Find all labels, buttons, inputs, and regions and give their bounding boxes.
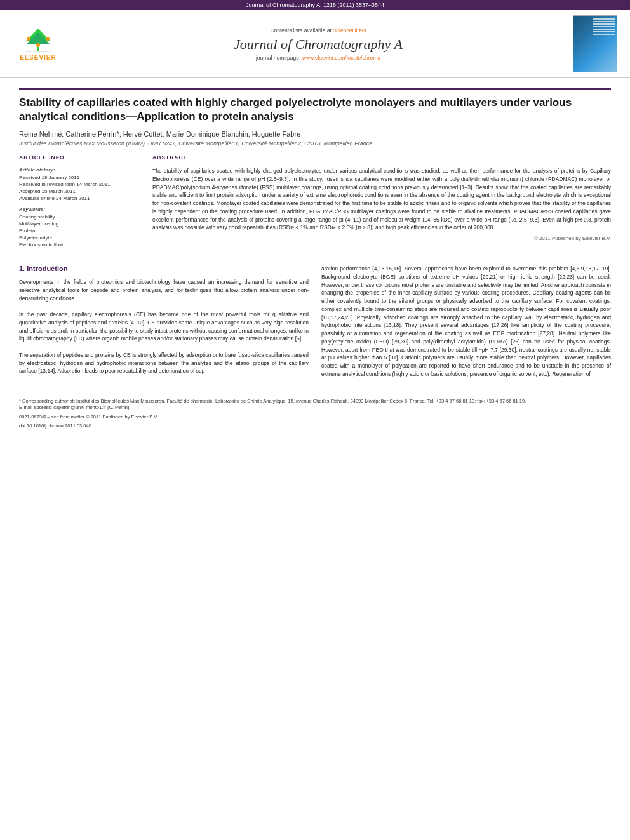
journal-header-center: Contents lists available at ScienceDirec… bbox=[64, 27, 573, 61]
abstract-header: ABSTRACT bbox=[152, 154, 611, 163]
intro-title: 1. Introduction bbox=[19, 265, 309, 274]
elsevier-logo: ELSEVIER bbox=[13, 27, 64, 61]
article-wrapper: Stability of capillaries coated with hig… bbox=[0, 78, 630, 440]
contents-notice: Contents lists available at ScienceDirec… bbox=[64, 27, 573, 34]
keyword-1: Coating stability bbox=[19, 214, 140, 220]
history-label: Article history: bbox=[19, 167, 140, 173]
available-line: Available online 24 March 2011 bbox=[19, 196, 140, 201]
accepted-line: Accepted 15 March 2011 bbox=[19, 189, 140, 194]
authors-line: Reine Nehmé, Catherine Perrin*, Hervé Co… bbox=[19, 130, 611, 138]
keywords-section: Keywords: Coating stability Multilayer c… bbox=[19, 206, 140, 248]
article-info-header: ARTICLE INFO bbox=[19, 154, 140, 163]
copyright-line: © 2011 Published by Elsevier B.V. bbox=[152, 236, 611, 241]
issn-line: 0021-9673/$ – see front matter © 2011 Pu… bbox=[19, 414, 611, 421]
intro-col2: aration performance [4,13,15,16]. Severa… bbox=[321, 265, 611, 383]
footnote-star-text: * Corresponding author at: Institut des … bbox=[19, 398, 611, 405]
article-info-col: ARTICLE INFO Article history: Received 1… bbox=[19, 154, 140, 249]
keyword-2: Multilayer coating bbox=[19, 221, 140, 227]
svg-point-3 bbox=[27, 37, 30, 41]
intro-text-col1: Developments in the fields of proteomics… bbox=[19, 278, 309, 375]
top-bar: Journal of Chromatography A, 1218 (2011)… bbox=[0, 0, 630, 10]
intro-col1: 1. Introduction Developments in the fiel… bbox=[19, 265, 309, 383]
doi-line: doi:10.1016/j.chroma.2011.03.040 bbox=[19, 423, 611, 430]
elsevier-tree-icon bbox=[19, 27, 57, 53]
journal-citation: Journal of Chromatography A, 1218 (2011)… bbox=[246, 2, 384, 8]
svg-point-5 bbox=[36, 43, 40, 47]
journal-homepage: journal homepage: www.elsevier.com/locat… bbox=[64, 55, 573, 61]
abstract-col: ABSTRACT The stability of capillaries co… bbox=[152, 154, 611, 249]
footnote-area: * Corresponding author at: Institut des … bbox=[19, 394, 611, 430]
footnote-email-text: E-mail address: caperrin@univ-montp1.fr … bbox=[19, 404, 611, 411]
journal-cover-image bbox=[573, 15, 617, 72]
received-revised-line: Received in revised form 14 March 2011 bbox=[19, 182, 140, 187]
received-line: Received 19 January 2011 bbox=[19, 175, 140, 180]
keyword-3: Protein bbox=[19, 228, 140, 234]
intro-text-col2: aration performance [4,13,15,16]. Severa… bbox=[321, 265, 611, 378]
article-info-abstract-section: ARTICLE INFO Article history: Received 1… bbox=[19, 154, 611, 249]
journal-header: ELSEVIER Contents lists available at Sci… bbox=[0, 10, 630, 78]
svg-point-4 bbox=[46, 37, 50, 41]
journal-title: Journal of Chromatography A bbox=[64, 36, 573, 53]
abstract-text: The stability of capillaries coated with… bbox=[152, 167, 611, 232]
article-title: Stability of capillaries coated with hig… bbox=[19, 88, 611, 124]
sciencedirect-link[interactable]: ScienceDirect bbox=[333, 27, 366, 34]
section-divider bbox=[19, 258, 611, 258]
homepage-link[interactable]: www.elsevier.com/locate/chroma bbox=[302, 55, 380, 61]
affiliation-line: Institut des Biomolécules Max Mousseron … bbox=[19, 140, 611, 147]
keyword-5: Electroosmotic flow bbox=[19, 242, 140, 248]
elsevier-wordmark: ELSEVIER bbox=[20, 54, 56, 61]
keywords-label: Keywords: bbox=[19, 206, 140, 212]
keyword-4: Polyelectrolyte bbox=[19, 235, 140, 241]
cover-decoration bbox=[593, 18, 615, 35]
authors-text: Reine Nehmé, Catherine Perrin*, Hervé Co… bbox=[19, 130, 300, 138]
body-two-col: 1. Introduction Developments in the fiel… bbox=[19, 265, 611, 383]
